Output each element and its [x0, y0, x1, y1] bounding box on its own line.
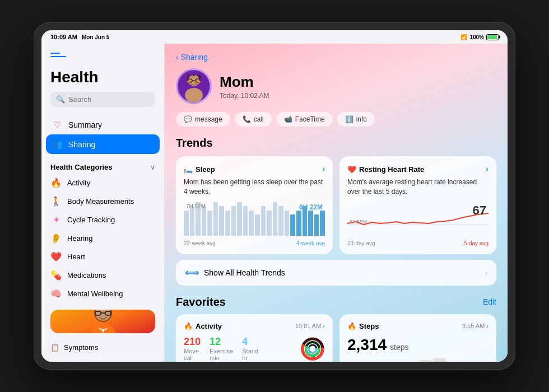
- sleep-bar-18: [290, 214, 295, 236]
- profile-name: Mom: [220, 73, 269, 91]
- profile-photo: [50, 310, 155, 333]
- category-hearing[interactable]: 👂 Hearing: [41, 229, 164, 248]
- activity-icon: 🔥: [50, 178, 62, 188]
- sidebar-toggle-button[interactable]: [50, 53, 66, 64]
- medications-icon: 💊: [50, 270, 62, 281]
- status-time: 10:09 AM: [50, 34, 77, 40]
- sleep-bar-11: [249, 211, 254, 236]
- status-bar: 10:09 AM Mon Jun 5 📶 100%: [41, 30, 508, 44]
- show-all-label: Show All Health Trends: [204, 268, 285, 277]
- sidebar-item-summary[interactable]: ♡ Summary: [46, 115, 160, 134]
- status-right: 📶 100%: [460, 34, 499, 40]
- trend-card-sleep[interactable]: 🛏️ Sleep › Mom has been getting less sle…: [176, 156, 333, 254]
- category-cycle-tracking[interactable]: ✦ Cycle Tracking: [41, 211, 164, 229]
- categories-list: 🔥 Activity 🚶 Body Measurements ✦ Cycle T…: [41, 174, 164, 303]
- app-title: Health: [50, 68, 155, 86]
- steps-bars: [347, 358, 488, 362]
- activity-time-label: 10:01 AM: [295, 323, 321, 329]
- sidebar-photo: [50, 310, 155, 333]
- steps-count: 2,314: [347, 336, 387, 354]
- sleep-bar-8: [231, 206, 236, 236]
- search-input[interactable]: [68, 95, 162, 104]
- back-nav-button[interactable]: ‹ Sharing: [176, 53, 496, 62]
- sleep-bar-0: [184, 211, 189, 236]
- category-heart[interactable]: ❤️ Heart: [41, 248, 164, 266]
- show-all-trends-button[interactable]: ⟺ Show All Health Trends ›: [176, 260, 496, 286]
- svg-point-6: [102, 330, 104, 332]
- mental-icon: 🧠: [50, 288, 62, 299]
- main-panel: ‹ Sharing: [165, 44, 508, 362]
- status-date: Mon Jun 5: [82, 34, 109, 40]
- chevron-down-icon: ∨: [150, 164, 155, 171]
- category-heart-label: Heart: [67, 253, 85, 261]
- activity-fire-icon: 🔥: [184, 322, 193, 330]
- info-label: info: [356, 115, 367, 123]
- edit-favorites-button[interactable]: Edit: [483, 297, 496, 306]
- sleep-chart-labels: 22-week avg 4-week avg: [184, 240, 325, 246]
- steps-bar-6: [433, 358, 446, 362]
- battery-percent: 100%: [469, 34, 484, 40]
- steps-card-header: 🔥 Steps 9:55 AM ›: [347, 322, 488, 330]
- stand-unit: hr: [242, 354, 258, 361]
- stand-label: Stand: [242, 348, 258, 354]
- info-icon: ℹ️: [345, 115, 353, 123]
- sleep-bar-13: [261, 206, 266, 236]
- hr-title: Resting Heart Rate: [359, 165, 424, 174]
- facetime-label: FaceTime: [295, 115, 325, 123]
- action-buttons: 💬 message 📞 call 📹 FaceTime ℹ️: [176, 112, 496, 127]
- search-icon: 🔍: [56, 95, 65, 104]
- sleep-bar-23: [320, 211, 325, 236]
- call-button[interactable]: 📞 call: [235, 112, 272, 127]
- sleep-bar-15: [273, 202, 278, 236]
- category-body-measurements[interactable]: 🚶 Body Measurements: [41, 192, 164, 211]
- exercise-value: 12: [210, 336, 233, 348]
- search-bar[interactable]: 🔍 🎙: [50, 92, 155, 107]
- hr-heart-icon: ❤️: [347, 165, 356, 174]
- svg-text:62 BPM: 62 BPM: [350, 218, 367, 224]
- sidebar: Health 🔍 🎙 ♡ Summary 👥 Sharing: [41, 44, 165, 362]
- steps-time-label: 9:55 AM: [462, 323, 485, 329]
- profile-time: Today, 10:02 AM: [220, 92, 269, 100]
- back-label: Sharing: [181, 53, 208, 62]
- steps-title-label: Steps: [359, 322, 379, 330]
- message-button[interactable]: 💬 message: [176, 112, 230, 127]
- message-label: message: [195, 115, 222, 123]
- sleep-bar-4: [207, 211, 212, 236]
- sleep-bar-14: [267, 211, 272, 236]
- category-hearing-label: Hearing: [67, 234, 93, 242]
- metric-move: 210 Move cal: [184, 336, 201, 361]
- move-label: Move: [184, 348, 201, 354]
- category-mental-wellbeing[interactable]: 🧠 Mental Wellbeing: [41, 284, 164, 303]
- svg-point-9: [185, 88, 203, 102]
- sleep-card-header: 🛏️ Sleep ›: [184, 164, 325, 174]
- sharing-icon: 👥: [52, 139, 63, 150]
- wifi-icon: 📶: [460, 34, 467, 40]
- sleep-icon: 🛏️: [184, 165, 193, 174]
- facetime-button[interactable]: 📹 FaceTime: [276, 112, 333, 127]
- info-button[interactable]: ℹ️ info: [337, 112, 375, 127]
- steps-chevron-icon: ›: [486, 323, 488, 329]
- activity-time: 10:01 AM ›: [295, 323, 325, 329]
- category-activity[interactable]: 🔥 Activity: [41, 174, 164, 192]
- sleep-chart: 6H 22M 7H 52M: [184, 202, 325, 236]
- sleep-avg-value: 7H 52M: [186, 203, 206, 209]
- sidebar-item-sharing[interactable]: 👥 Sharing: [46, 134, 160, 154]
- sidebar-symptoms[interactable]: 📋 Symptoms: [41, 340, 164, 355]
- favorites-header: Favorites Edit: [176, 296, 496, 309]
- activity-chevron-icon: ›: [323, 323, 325, 329]
- category-medications[interactable]: 💊 Medications: [41, 266, 164, 284]
- ipad-screen: 10:09 AM Mon Jun 5 📶 100% Health: [41, 30, 508, 362]
- hr-current-value: 67: [473, 203, 486, 218]
- avatar: [176, 68, 212, 104]
- trend-card-heartrate[interactable]: ❤️ Resting Heart Rate › Mom's average re…: [339, 156, 496, 254]
- steps-fire-icon: 🔥: [347, 322, 356, 330]
- profile-header: Mom Today, 10:02 AM: [176, 68, 496, 104]
- activity-card-title: 🔥 Activity: [184, 322, 222, 330]
- trends-icon: ⟺: [185, 267, 199, 279]
- sidebar-item-sharing-label: Sharing: [68, 140, 95, 149]
- metric-exercise: 12 Exercise min: [210, 336, 233, 361]
- exercise-unit: min: [210, 354, 233, 361]
- fav-card-steps[interactable]: 🔥 Steps 9:55 AM › 2,314 steps: [339, 314, 496, 362]
- sleep-title: Sleep: [196, 165, 215, 174]
- fav-card-activity[interactable]: 🔥 Activity 10:01 AM › 210: [176, 314, 333, 362]
